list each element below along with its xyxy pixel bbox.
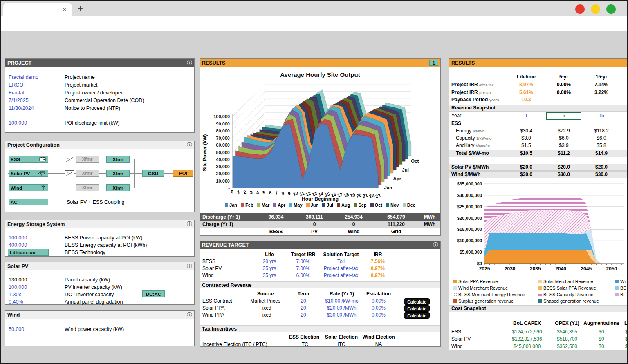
- xfmr-box[interactable]: Xfmr: [106, 184, 130, 191]
- svg-text:30,000: 30,000: [216, 164, 230, 169]
- degradation-value[interactable]: 0.40%: [9, 299, 23, 305]
- project-market-value[interactable]: ERCOT: [9, 82, 27, 88]
- svg-text:40,000: 40,000: [216, 157, 230, 162]
- project-panel: PROJECT ⓘ Fractal demo Project name ERCO…: [5, 58, 195, 133]
- legend-item: May: [289, 203, 302, 208]
- bess-technology-select[interactable]: Lithium-ion: [8, 249, 49, 256]
- legend-item: Jul: [322, 203, 333, 208]
- svg-text:19: 19: [350, 192, 356, 198]
- bess-life[interactable]: 20 yrs: [253, 259, 286, 264]
- results-page-badge[interactable]: 1: [429, 60, 438, 66]
- cod-value[interactable]: 7/1/2025: [9, 98, 29, 103]
- svg-text:8: 8: [281, 190, 285, 196]
- table-row: BESS PVWind Grid: [200, 228, 440, 235]
- calculate-button[interactable]: Calculate: [404, 298, 430, 305]
- xfmr-box-disabled: Xfmr: [76, 156, 99, 163]
- svg-text:90,000: 90,000: [216, 121, 230, 126]
- svg-text:Apr: Apr: [393, 176, 401, 181]
- revenue-legend-col3: Wi BE BE: [615, 278, 626, 298]
- tab-close-icon[interactable]: ×: [63, 6, 66, 13]
- coupling-label: Solar PV + ESS Coupling: [67, 199, 124, 205]
- bess-energy-value[interactable]: 400,000: [9, 242, 27, 248]
- info-icon[interactable]: ⓘ: [187, 141, 192, 149]
- ess-node[interactable]: ESS -+: [9, 156, 48, 163]
- dc-ratio-value[interactable]: 1.30x: [9, 292, 21, 297]
- wind-capacity-value[interactable]: 50,000: [9, 326, 24, 332]
- info-icon[interactable]: ⓘ: [187, 263, 192, 270]
- svg-text:10,000: 10,000: [216, 179, 230, 183]
- field-label: Project market: [65, 82, 98, 88]
- svg-text:-: -: [228, 185, 230, 190]
- app-header: FRACTAL MODEL Sizing 100 MW / 400 MWh AT…: [1, 31, 627, 55]
- project-name-value[interactable]: Fractal demo: [9, 74, 38, 80]
- legend-item: Dec: [403, 203, 415, 208]
- field-label: BESS Technology: [65, 250, 105, 255]
- right-results-panel: RESULTS Lifetime 5-yr 15-yr Project IRR …: [449, 58, 628, 350]
- field-label: Wind power capacity (kW): [65, 326, 124, 332]
- svg-text:5: 5: [262, 190, 266, 195]
- bess-power-value[interactable]: 100,000: [9, 235, 27, 241]
- inverter-icon: [65, 156, 74, 162]
- svg-text:2035: 2035: [530, 266, 541, 272]
- legend-item: Sep: [354, 203, 366, 208]
- traffic-light-green[interactable]: [606, 4, 616, 14]
- calculate-button[interactable]: Calculate: [404, 312, 430, 319]
- svg-text:$5,000,000: $5,000,000: [460, 250, 482, 255]
- traffic-light-red[interactable]: [575, 4, 585, 14]
- info-icon[interactable]: ⓘ: [187, 221, 192, 228]
- project-owner-value[interactable]: Fractal: [9, 90, 24, 96]
- ntp-value[interactable]: 11/30/2024: [9, 105, 34, 111]
- inverter-icon: [65, 170, 74, 176]
- legend-item: Jun: [306, 203, 319, 208]
- hourly-output-chart: 100,00090,00080,00070,00060,00050,00040,…: [200, 67, 440, 202]
- calculate-button[interactable]: Calculate: [404, 305, 430, 312]
- panel-capacity-value[interactable]: 130,000: [9, 277, 27, 283]
- legend-item: Mar: [257, 203, 270, 208]
- field-label: Panel capacity (kW): [65, 277, 110, 283]
- gsu-node[interactable]: GSU: [142, 170, 164, 177]
- svg-text:50,000: 50,000: [216, 150, 230, 155]
- svg-text:80,000: 80,000: [216, 128, 230, 133]
- new-tab-icon[interactable]: +: [78, 3, 83, 14]
- browser-navbar: ← → ⟳ ★ | ≡ ⋮: [1, 16, 627, 31]
- svg-text:9: 9: [287, 191, 291, 196]
- svg-text:+: +: [43, 158, 45, 161]
- svg-text:$30,000,000: $30,000,000: [457, 193, 482, 198]
- svg-text:100,000: 100,000: [213, 114, 230, 119]
- dcac-chip[interactable]: DC:AC: [142, 290, 165, 297]
- legend-item: Aug: [337, 203, 350, 208]
- solar-pv-node[interactable]: Solar PV: [9, 170, 48, 177]
- svg-text:Average Hourly Site Output: Average Hourly Site Output: [280, 71, 360, 78]
- wind-node[interactable]: Wind: [9, 184, 48, 191]
- svg-text:$10,000,000: $10,000,000: [457, 238, 482, 243]
- legend-item: Nov: [386, 203, 399, 208]
- svg-text:21: 21: [362, 192, 368, 199]
- cost-snapshot-band: Cost Snapshot: [449, 305, 628, 312]
- svg-text:$15,000,000: $15,000,000: [457, 227, 482, 232]
- svg-text:22: 22: [368, 193, 375, 199]
- legend-item: Jan: [225, 203, 237, 208]
- xfmr-box[interactable]: Xfmr: [106, 156, 130, 163]
- svg-text:7: 7: [275, 190, 278, 196]
- info-icon[interactable]: ⓘ: [433, 241, 438, 249]
- svg-text:0: 0: [230, 189, 234, 194]
- revenue-legend-col2: Solar Merchant Revenue BESS Solar PPA Re…: [538, 278, 599, 304]
- annual-revenue-chart: $35,000,000$30,000,000$25,000,000$20,000…: [449, 180, 628, 277]
- poi-node[interactable]: POI: [173, 170, 193, 177]
- ess-panel: Energy Storage System ⓘ 100,000 BESS Pow…: [5, 220, 195, 257]
- ac-node[interactable]: AC: [9, 199, 48, 205]
- inverter-capacity-value[interactable]: 100,000: [9, 284, 27, 290]
- browser-tab[interactable]: ×: [3, 3, 72, 16]
- svg-text:1: 1: [237, 189, 240, 194]
- svg-text:2040: 2040: [555, 266, 566, 272]
- poi-limit-value[interactable]: 100,000: [9, 120, 27, 126]
- config-title: Project Configuration: [7, 142, 60, 148]
- traffic-light-yellow[interactable]: [591, 4, 600, 14]
- info-icon[interactable]: ⓘ: [187, 311, 192, 319]
- svg-text:3: 3: [249, 190, 253, 195]
- xfmr-box[interactable]: Xfmr: [106, 170, 130, 177]
- right-results-title: RESULTS: [451, 60, 475, 66]
- info-icon[interactable]: ⓘ: [187, 59, 192, 67]
- battery-icon: -+: [39, 157, 46, 161]
- app-window: × + ← → ⟳ ★ | ≡ ⋮ FRACTAL MODEL Sizing: [0, 0, 628, 364]
